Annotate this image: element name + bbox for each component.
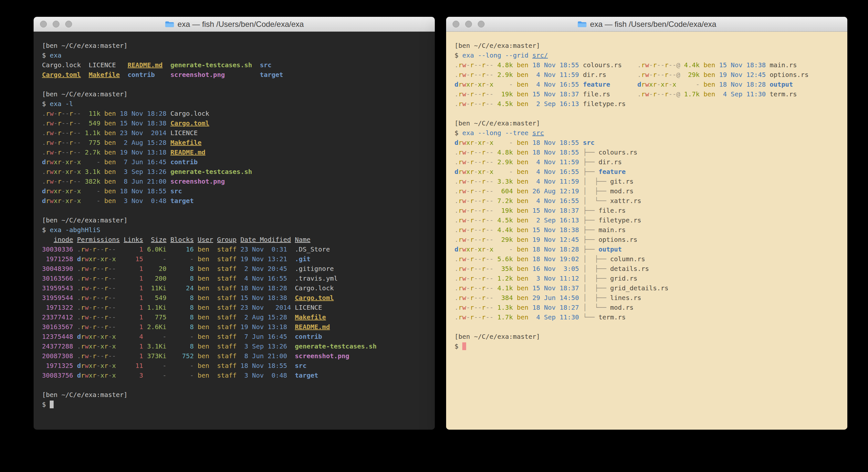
permission-char: w bbox=[50, 177, 54, 185]
permission-char: - bbox=[97, 303, 100, 311]
text-segment bbox=[766, 71, 770, 79]
text-segment bbox=[237, 352, 240, 360]
permission-char: d bbox=[77, 372, 81, 379]
titlebar[interactable]: exa — fish /Users/ben/Code/exa/exa bbox=[446, 17, 847, 32]
permission-char: r bbox=[81, 352, 85, 360]
permission-char: x bbox=[100, 342, 104, 350]
titlebar[interactable]: exa — fish /Users/ben/Code/exa/exa bbox=[34, 17, 435, 32]
permission-char: w bbox=[462, 226, 466, 234]
permission-char: x bbox=[89, 342, 93, 350]
terminal-content[interactable]: [ben ~/C/e/exa:master]$ exaCargo.lock LI… bbox=[34, 32, 435, 430]
text-segment: feature bbox=[598, 168, 626, 176]
permission-char: r bbox=[482, 139, 486, 146]
text-segment bbox=[680, 71, 684, 79]
text-segment bbox=[287, 323, 295, 331]
permission-char: - bbox=[466, 177, 470, 185]
text-segment: 1 bbox=[116, 303, 143, 311]
text-segment bbox=[166, 303, 170, 311]
text-segment: Links bbox=[124, 236, 143, 243]
permission-char: - bbox=[486, 139, 489, 146]
zoom-button[interactable] bbox=[65, 21, 72, 28]
permission-char: r bbox=[470, 236, 474, 243]
terminal-content[interactable]: [ben ~/C/e/exa:master]$ exa --long --gri… bbox=[446, 32, 847, 430]
permission-char: w bbox=[50, 119, 54, 127]
text-segment bbox=[513, 313, 517, 321]
text-segment: 4 Nov 11:59 bbox=[532, 158, 579, 166]
text-segment: [ben ~/C/e/exa:master] bbox=[42, 391, 128, 399]
text-segment: - bbox=[147, 362, 166, 370]
permission-char: - bbox=[108, 255, 112, 263]
permission-char: x bbox=[100, 255, 104, 263]
text-segment: contrib bbox=[128, 71, 155, 79]
text-segment: Makefile bbox=[89, 71, 120, 79]
permission-char: r bbox=[482, 236, 486, 243]
text-segment: dir.rs bbox=[583, 71, 606, 79]
text-segment: 24377288 bbox=[42, 342, 73, 350]
text-segment: options.rs bbox=[770, 71, 809, 79]
text-segment bbox=[579, 294, 583, 302]
permission-char: - bbox=[73, 129, 77, 137]
permission-char: r bbox=[482, 81, 486, 88]
terminal-line: [ben ~/C/e/exa:master] bbox=[455, 118, 839, 128]
text-segment: 30083756 bbox=[42, 372, 73, 379]
text-segment bbox=[237, 274, 240, 282]
close-button[interactable] bbox=[453, 21, 459, 28]
permission-char: r bbox=[470, 265, 474, 272]
text-segment: 18 Nov 18:28 bbox=[120, 110, 167, 117]
minimize-button[interactable] bbox=[465, 21, 472, 28]
permission-char: r bbox=[104, 342, 108, 350]
permission-char: - bbox=[474, 265, 478, 272]
permission-char: - bbox=[474, 274, 478, 282]
text-segment: 4.1k bbox=[497, 284, 513, 292]
text-segment bbox=[194, 333, 198, 341]
permission-char: r bbox=[69, 148, 73, 156]
permission-char: - bbox=[474, 90, 478, 98]
text-segment: ben bbox=[198, 352, 209, 360]
permission-char: . bbox=[455, 148, 458, 156]
permission-char: r bbox=[93, 333, 97, 341]
permission-char: - bbox=[478, 61, 482, 69]
zoom-button[interactable] bbox=[478, 21, 485, 28]
permission-char: . bbox=[77, 342, 81, 350]
text-segment: 1971322 bbox=[42, 303, 73, 311]
permission-char: r bbox=[93, 342, 97, 350]
text-segment: ben bbox=[517, 303, 528, 311]
permission-char: r bbox=[46, 129, 50, 137]
text-segment: screenshot.png bbox=[170, 177, 225, 185]
text-segment bbox=[493, 313, 497, 321]
minimize-button[interactable] bbox=[53, 21, 59, 28]
permission-char: x bbox=[112, 342, 116, 350]
text-segment: 11 bbox=[116, 362, 143, 370]
text-segment: ben bbox=[704, 81, 715, 88]
permission-char: r bbox=[58, 177, 61, 185]
text-segment: 7.2k bbox=[497, 197, 513, 205]
text-segment bbox=[166, 148, 170, 156]
text-segment: 16 bbox=[170, 245, 193, 253]
text-segment: 2 Nov 20:45 bbox=[240, 265, 287, 272]
terminal-window-dark: exa — fish /Users/ben/Code/exa/exa [ben … bbox=[34, 17, 435, 430]
permission-char: - bbox=[486, 177, 489, 185]
permission-char: - bbox=[669, 90, 672, 98]
close-button[interactable] bbox=[40, 21, 47, 28]
permission-char: - bbox=[478, 284, 482, 292]
permission-char: - bbox=[112, 323, 116, 331]
window-title-text: exa — fish /Users/ben/Code/exa/exa bbox=[590, 20, 716, 29]
text-segment bbox=[213, 236, 217, 243]
text-segment bbox=[237, 333, 240, 341]
text-segment: grid.rs bbox=[610, 274, 637, 282]
permission-char: r bbox=[81, 323, 85, 331]
permission-char: r bbox=[470, 255, 474, 263]
text-segment: 1.7k bbox=[684, 90, 700, 98]
text-segment: 1 bbox=[116, 323, 143, 331]
text-segment bbox=[166, 274, 170, 282]
text-segment: filetype.rs bbox=[598, 216, 641, 224]
text-segment bbox=[73, 313, 77, 321]
terminal-line: $ exa -l bbox=[42, 99, 426, 109]
permission-char: - bbox=[112, 265, 116, 272]
text-segment bbox=[700, 90, 704, 98]
text-segment bbox=[194, 294, 198, 302]
text-segment bbox=[528, 284, 532, 292]
permission-char: - bbox=[486, 284, 489, 292]
permission-char: w bbox=[85, 265, 89, 272]
permission-char: - bbox=[54, 110, 58, 117]
